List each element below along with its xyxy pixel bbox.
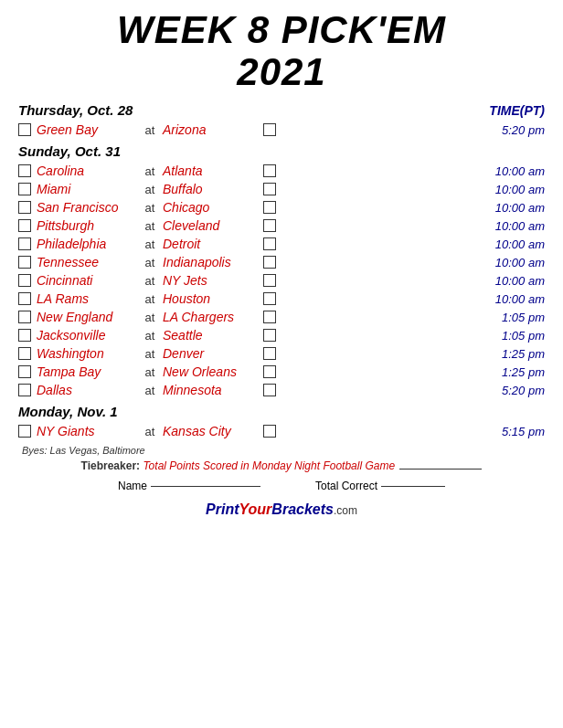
home-checkbox[interactable] bbox=[263, 329, 276, 342]
byes-text: Byes: Las Vegas, Baltimore bbox=[22, 445, 145, 456]
time-header: TIME(PT) bbox=[472, 103, 545, 118]
away-team: NY Giants bbox=[37, 424, 137, 438]
game-row: PittsburghatCleveland10:00 am bbox=[18, 217, 545, 234]
home-checkbox[interactable] bbox=[263, 219, 276, 232]
away-checkbox[interactable] bbox=[18, 347, 31, 360]
game-row: MiamiatBuffalo10:00 am bbox=[18, 181, 545, 197]
game-row: NY GiantsatKansas City5:15 pm bbox=[18, 423, 545, 439]
away-team: San Francisco bbox=[37, 200, 137, 215]
brand-brackets: Brackets bbox=[271, 501, 334, 517]
home-checkbox[interactable] bbox=[263, 183, 276, 195]
game-time: 5:20 pm bbox=[276, 384, 545, 397]
away-team: Green Bay bbox=[37, 122, 137, 137]
game-time: 1:25 pm bbox=[276, 347, 545, 361]
section-header-0: Thursday, Oct. 28TIME(PT) bbox=[18, 102, 545, 118]
name-label: Name bbox=[118, 480, 147, 492]
at-label: at bbox=[137, 384, 163, 397]
sections-container: Thursday, Oct. 28TIME(PT)Green BayatAriz… bbox=[18, 102, 545, 439]
home-checkbox[interactable] bbox=[263, 123, 276, 136]
section-header-1: Sunday, Oct. 31 bbox=[18, 143, 545, 159]
away-checkbox[interactable] bbox=[18, 237, 31, 250]
game-row: WashingtonatDenver1:25 pm bbox=[18, 345, 545, 362]
home-checkbox[interactable] bbox=[263, 237, 276, 250]
home-team: Houston bbox=[163, 291, 263, 306]
at-label: at bbox=[137, 201, 163, 215]
home-team: Atlanta bbox=[163, 164, 263, 178]
away-team: Cincinnati bbox=[37, 273, 137, 288]
game-row: JacksonvilleatSeattle1:05 pm bbox=[18, 327, 545, 343]
away-team: Carolina bbox=[37, 164, 137, 178]
game-row: DallasatMinnesota5:20 pm bbox=[18, 382, 545, 398]
tiebreaker-label: Tiebreaker: bbox=[81, 459, 140, 472]
total-underline bbox=[381, 486, 445, 487]
at-label: at bbox=[137, 365, 163, 379]
home-checkbox[interactable] bbox=[263, 384, 276, 396]
home-team: New Orleans bbox=[163, 364, 263, 379]
home-checkbox[interactable] bbox=[263, 311, 276, 323]
brand-com: .com bbox=[334, 504, 357, 517]
home-checkbox[interactable] bbox=[263, 292, 276, 305]
away-checkbox[interactable] bbox=[18, 123, 31, 136]
away-checkbox[interactable] bbox=[18, 256, 31, 269]
home-team: Buffalo bbox=[163, 182, 263, 196]
home-team: Cleveland bbox=[163, 218, 263, 233]
at-label: at bbox=[137, 274, 163, 288]
away-team: Dallas bbox=[37, 383, 137, 397]
at-label: at bbox=[137, 164, 163, 178]
home-checkbox[interactable] bbox=[263, 274, 276, 287]
name-underline bbox=[151, 486, 260, 487]
home-checkbox[interactable] bbox=[263, 425, 276, 438]
away-checkbox[interactable] bbox=[18, 384, 31, 396]
at-label: at bbox=[137, 256, 163, 269]
away-checkbox[interactable] bbox=[18, 219, 31, 232]
game-time: 10:00 am bbox=[276, 219, 545, 233]
game-time: 10:00 am bbox=[276, 237, 545, 251]
game-row: San FranciscoatChicago10:00 am bbox=[18, 199, 545, 216]
home-checkbox[interactable] bbox=[263, 164, 276, 177]
home-checkbox[interactable] bbox=[263, 201, 276, 214]
away-team: Tennessee bbox=[37, 255, 137, 269]
section-header-2: Monday, Nov. 1 bbox=[18, 404, 545, 419]
away-checkbox[interactable] bbox=[18, 425, 31, 438]
away-checkbox[interactable] bbox=[18, 365, 31, 378]
away-checkbox[interactable] bbox=[18, 274, 31, 287]
at-label: at bbox=[137, 347, 163, 361]
game-row: LA RamsatHouston10:00 am bbox=[18, 290, 545, 307]
home-checkbox[interactable] bbox=[263, 347, 276, 360]
home-team: Minnesota bbox=[163, 383, 263, 397]
game-row: CincinnatiatNY Jets10:00 am bbox=[18, 272, 545, 289]
away-team: LA Rams bbox=[37, 291, 137, 306]
away-team: Jacksonville bbox=[37, 328, 137, 343]
home-checkbox[interactable] bbox=[263, 365, 276, 378]
home-team: Indianapolis bbox=[163, 255, 263, 269]
game-time: 10:00 am bbox=[276, 274, 545, 288]
game-time: 10:00 am bbox=[276, 292, 545, 306]
game-time: 1:25 pm bbox=[276, 365, 545, 379]
section-day-0: Thursday, Oct. 28 bbox=[18, 102, 133, 118]
away-checkbox[interactable] bbox=[18, 201, 31, 214]
at-label: at bbox=[137, 311, 163, 324]
away-team: Tampa Bay bbox=[37, 364, 137, 379]
page-container: WEEK 8 PICK'EM 2021 Thursday, Oct. 28TIM… bbox=[0, 0, 563, 527]
tiebreaker-row: Tiebreaker: Total Points Scored in Monda… bbox=[18, 459, 545, 472]
game-time: 1:05 pm bbox=[276, 311, 545, 324]
game-time: 5:20 pm bbox=[276, 123, 545, 137]
away-team: Pittsburgh bbox=[37, 218, 137, 233]
away-checkbox[interactable] bbox=[18, 329, 31, 342]
away-team: Miami bbox=[37, 182, 137, 196]
section-day-2: Monday, Nov. 1 bbox=[18, 404, 118, 419]
away-checkbox[interactable] bbox=[18, 183, 31, 195]
away-checkbox[interactable] bbox=[18, 311, 31, 323]
game-time: 10:00 am bbox=[276, 164, 545, 178]
at-label: at bbox=[137, 183, 163, 196]
game-time: 10:00 am bbox=[276, 201, 545, 215]
brand-your: Your bbox=[239, 501, 271, 517]
at-label: at bbox=[137, 123, 163, 137]
brand-print: Print bbox=[206, 501, 239, 517]
home-team: Arizona bbox=[163, 122, 263, 137]
game-time: 10:00 am bbox=[276, 183, 545, 196]
away-checkbox[interactable] bbox=[18, 292, 31, 305]
home-checkbox[interactable] bbox=[263, 256, 276, 269]
tiebreaker-line bbox=[399, 469, 482, 470]
away-checkbox[interactable] bbox=[18, 164, 31, 177]
